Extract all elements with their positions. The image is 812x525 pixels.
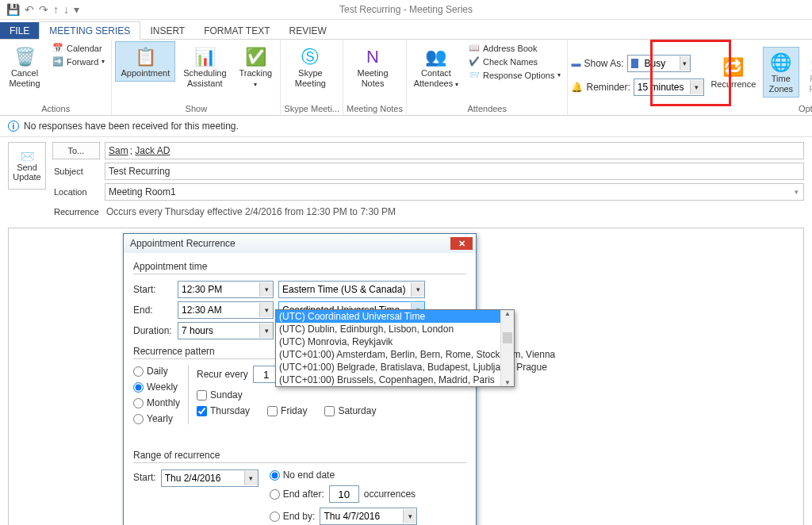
tab-insert[interactable]: INSERT (140, 22, 194, 39)
tz-option[interactable]: (UTC+01:00) Amsterdam, Berlin, Bern, Rom… (276, 348, 514, 361)
response-options-button[interactable]: 📨Response Options ▾ (465, 68, 565, 82)
chevron-down-icon[interactable]: ▾ (795, 188, 800, 196)
reminder-value[interactable] (634, 80, 690, 94)
undo-icon[interactable]: ↶ (25, 3, 34, 16)
yearly-radio[interactable]: Yearly (133, 413, 180, 424)
message-body[interactable]: Appointment Recurrence ✕ Appointment tim… (8, 228, 804, 525)
to-field[interactable]: Sam; Jack AD (105, 142, 804, 159)
scroll-up-icon[interactable]: ▲ (501, 310, 514, 317)
chevron-down-icon[interactable]: ▾ (259, 324, 273, 338)
end-time-input[interactable] (178, 303, 259, 317)
tracking-button[interactable]: ✅ Tracking ▾ (234, 41, 277, 93)
weekly-radio[interactable]: Weekly (133, 381, 180, 393)
recurrence-button[interactable]: 🔁 Recurrence (707, 52, 760, 93)
time-zones-button[interactable]: 🌐 Time Zones (763, 47, 799, 98)
forward-button[interactable]: ➡️Forward▾ (49, 55, 108, 68)
chevron-down-icon[interactable]: ▾ (259, 282, 273, 297)
tab-meeting-series[interactable]: MEETING SERIES (39, 21, 140, 40)
ribbon-tabs: FILE MEETING SERIES INSERT FORMAT TEXT R… (0, 20, 812, 40)
customize-qat-icon[interactable]: ▾ (74, 3, 79, 16)
range-start-input[interactable] (162, 471, 244, 485)
reminder-label: Reminder: (586, 82, 630, 93)
calendar-button[interactable]: 📅Calendar (49, 41, 108, 55)
room-finder-button[interactable]: 👥 Room Finder (802, 47, 812, 98)
sunday-check[interactable]: Sunday (197, 389, 243, 400)
daily-radio[interactable]: Daily (133, 366, 180, 377)
duration-combo[interactable]: ▾ (178, 322, 274, 339)
cancel-meeting-button[interactable]: 🗑️ Cancel Meeting (3, 41, 46, 92)
tab-file[interactable]: FILE (0, 22, 39, 39)
chevron-down-icon[interactable]: ▾ (244, 471, 258, 485)
end-by-combo[interactable]: ▾ (320, 508, 417, 525)
start-time-input[interactable] (178, 282, 259, 297)
chevron-down-icon: ▾ (455, 81, 458, 88)
appointment-label: Appointment (121, 68, 170, 79)
start-time-combo[interactable]: ▾ (178, 281, 274, 298)
contact-attendees-button[interactable]: 👥 Contact Attendees ▾ (410, 41, 462, 93)
next-icon[interactable]: ↓ (63, 3, 69, 16)
address-book-button[interactable]: 📖Address Book (465, 41, 565, 55)
send-update-button[interactable]: ✉️ Send Update (8, 142, 46, 190)
group-notes-label: Meeting Notes (347, 104, 403, 115)
scroll-thumb[interactable] (503, 332, 512, 343)
range-start-combo[interactable]: ▾ (161, 469, 259, 487)
end-by-input[interactable] (320, 509, 403, 523)
showas-value[interactable] (642, 56, 680, 71)
group-actions-label: Actions (3, 104, 108, 115)
save-icon[interactable]: 💾 (6, 3, 20, 16)
redo-icon[interactable]: ↷ (39, 3, 48, 16)
scheduling-assistant-button[interactable]: 📊 Scheduling Assistant (178, 41, 231, 92)
location-field[interactable]: Meeting Room1▾ (105, 183, 804, 201)
cancel-meeting-icon: 🗑️ (14, 44, 36, 68)
group-attendees-label: Attendees (410, 104, 565, 115)
dialog-titlebar[interactable]: Appointment Recurrence ✕ (124, 234, 476, 253)
group-skype-label: Skype Meeti... (284, 104, 339, 115)
appointment-button[interactable]: 📋 Appointment (115, 41, 175, 82)
end-after-radio[interactable]: End after: (270, 489, 324, 500)
reminder-combo[interactable]: ▾ (634, 79, 704, 96)
friday-check[interactable]: Friday (267, 405, 307, 416)
forward-icon: ➡️ (52, 56, 63, 67)
recipient-chip[interactable]: Jack AD (135, 145, 170, 156)
end-by-radio[interactable]: End by: (270, 511, 316, 522)
start-timezone-combo[interactable]: ▾ (278, 281, 425, 298)
meeting-notes-button[interactable]: N Meeting Notes (347, 41, 399, 92)
tz-option[interactable]: (UTC) Dublin, Edinburgh, Lisbon, London (276, 323, 514, 335)
scroll-down-icon[interactable]: ▼ (501, 379, 514, 386)
tab-format-text[interactable]: FORMAT TEXT (194, 22, 279, 39)
recipient-chip[interactable]: Sam (109, 145, 128, 156)
timezone-dropdown[interactable]: (UTC) Coordinated Universal Time (UTC) D… (275, 309, 515, 387)
subject-label: Subject (52, 163, 100, 179)
scrollbar[interactable]: ▲ ▼ (500, 310, 514, 386)
chevron-down-icon[interactable]: ▾ (411, 282, 424, 297)
tracking-icon: ✅ (245, 44, 266, 68)
chevron-down-icon[interactable]: ▾ (403, 509, 416, 523)
recurrence-icon: 🔁 (722, 56, 744, 79)
check-names-button[interactable]: ✔️Check Names (465, 55, 565, 68)
close-button[interactable]: ✕ (450, 237, 473, 250)
end-after-input[interactable] (329, 485, 359, 503)
tz-option[interactable]: (UTC+01:00) Brussels, Copenhagen, Madrid… (276, 374, 514, 386)
tab-review[interactable]: REVIEW (280, 22, 336, 39)
tz-option[interactable]: (UTC) Coordinated Universal Time (276, 310, 514, 323)
duration-input[interactable] (178, 324, 259, 338)
chevron-down-icon[interactable]: ▾ (690, 80, 703, 94)
tz-option[interactable]: (UTC+01:00) Belgrade, Bratislava, Budape… (276, 361, 514, 374)
chevron-down-icon[interactable]: ▾ (259, 303, 273, 317)
window-title: Test Recurring - Meeting Series (339, 4, 473, 15)
tz-option[interactable]: (UTC) Monrovia, Reykjavik (276, 335, 514, 348)
thursday-check[interactable]: Thursday (197, 405, 250, 416)
saturday-check[interactable]: Saturday (324, 405, 376, 416)
end-time-combo[interactable]: ▾ (178, 301, 274, 319)
reminder-icon: 🔔 (571, 82, 583, 93)
busy-swatch-icon (631, 59, 638, 68)
to-button[interactable]: To... (52, 142, 100, 159)
prev-icon[interactable]: ↑ (53, 3, 59, 16)
subject-field[interactable]: Test Recurring (105, 163, 804, 180)
monthly-radio[interactable]: Monthly (133, 397, 180, 408)
skype-meeting-button[interactable]: Ⓢ Skype Meeting (284, 41, 336, 92)
no-end-date-radio[interactable]: No end date (270, 469, 418, 481)
chevron-down-icon[interactable]: ▾ (680, 56, 690, 71)
showas-combo[interactable]: ▾ (627, 55, 691, 72)
start-tz-input[interactable] (279, 282, 411, 297)
